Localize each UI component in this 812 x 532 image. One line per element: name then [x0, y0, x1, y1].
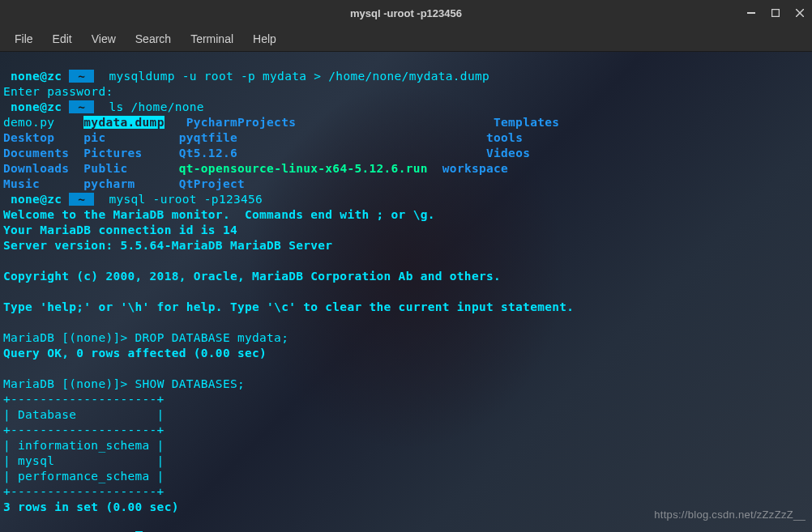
- menu-edit[interactable]: Edit: [43, 29, 82, 49]
- minimize-button[interactable]: [744, 6, 759, 20]
- prompt-user: none@zc: [3, 193, 69, 206]
- ls-dir: tools: [486, 131, 523, 144]
- ls-spacer: [135, 177, 179, 190]
- table-header: | Database |: [3, 408, 165, 421]
- menu-view[interactable]: View: [82, 29, 126, 49]
- prompt-path: ~: [69, 70, 94, 83]
- ls-dir: workspace: [442, 162, 508, 175]
- menu-help[interactable]: Help: [243, 29, 286, 49]
- ls-dir: Videos: [486, 147, 530, 160]
- svg-rect-1: [772, 10, 780, 17]
- ls-dir: Downloads: [3, 162, 69, 175]
- ls-dir: Documents: [3, 147, 69, 160]
- output-line: 3 rows in set (0.00 sec): [3, 500, 179, 513]
- command-text: mysqldump -u root -p mydata > /home/none…: [94, 70, 489, 83]
- table-separator: +--------------------+: [3, 393, 165, 406]
- command-text: ls /home/none: [94, 100, 203, 113]
- ls-spacer: [143, 147, 179, 160]
- ls-spacer: [237, 131, 486, 144]
- table-row: | information_schema |: [3, 439, 165, 452]
- prompt-user: none@zc: [3, 100, 69, 113]
- ls-dir: Templates: [494, 116, 559, 129]
- ls-spacer: [128, 162, 179, 175]
- ls-spacer: [69, 147, 83, 160]
- output-line: Your MariaDB connection id is 14: [3, 223, 237, 236]
- output-line: Query OK, 0 rows affected (0.00 sec): [3, 347, 267, 360]
- ls-spacer: [237, 147, 486, 160]
- ls-dir: Qt5.12.6: [179, 147, 237, 160]
- menu-terminal[interactable]: Terminal: [181, 29, 243, 49]
- ls-dir: Desktop: [3, 131, 54, 144]
- mariadb-prompt: MariaDB [(none)]>: [3, 377, 135, 390]
- ls-dir: pyqtfile: [179, 131, 237, 144]
- ls-dir: Public: [83, 162, 127, 175]
- menubar: File Edit View Search Terminal Help: [0, 26, 812, 52]
- ls-spacer: [40, 177, 83, 190]
- maximize-button[interactable]: [768, 6, 783, 20]
- table-row: | performance_schema |: [3, 470, 165, 483]
- output-line: Type 'help;' or '\h' for help. Type '\c'…: [3, 300, 574, 313]
- ls-spacer: [165, 116, 186, 129]
- mariadb-prompt: MariaDB [(none)]>: [3, 331, 135, 344]
- close-button[interactable]: [793, 6, 807, 20]
- menu-search[interactable]: Search: [126, 29, 181, 49]
- ls-file-highlighted: mydata.dump: [83, 116, 164, 129]
- ls-spacer: [105, 131, 178, 144]
- prompt-path: ~: [69, 100, 94, 113]
- ls-dir: PycharmProjects: [186, 116, 296, 129]
- svg-rect-0: [747, 12, 755, 14]
- table-separator: +--------------------+: [3, 423, 165, 436]
- ls-spacer: [69, 162, 83, 175]
- ls-spacer: [54, 131, 83, 144]
- prompt-path: ~: [69, 193, 94, 206]
- prompt-user: none@zc: [3, 70, 69, 83]
- ls-dir: QtProject: [179, 177, 245, 190]
- window-title: mysql -uroot -p123456: [350, 7, 462, 19]
- table-row: | mysql |: [3, 454, 165, 467]
- ls-spacer: [296, 116, 494, 129]
- output-line: Copyright (c) 2000, 2018, Oracle, MariaD…: [3, 270, 501, 283]
- table-separator: +--------------------+: [3, 485, 165, 498]
- ls-spacer: [428, 162, 442, 175]
- ls-dir: Pictures: [83, 147, 142, 160]
- terminal-content: none@zc ~ mysqldump -u root -p mydata > …: [3, 69, 809, 532]
- watermark: https://blog.csdn.net/zZzZzZ__: [654, 507, 806, 522]
- terminal-area[interactable]: none@zc ~ mysqldump -u root -p mydata > …: [0, 52, 812, 532]
- output-line: Server version: 5.5.64-MariaDB MariaDB S…: [3, 239, 332, 252]
- ls-dir: pycharm: [83, 177, 135, 190]
- sql-command: DROP DATABASE mydata;: [135, 331, 289, 344]
- ls-dir: Music: [3, 177, 40, 190]
- ls-dir: pic: [83, 131, 105, 144]
- output-line: Enter password:: [3, 85, 120, 98]
- output-line: Welcome to the MariaDB monitor. Commands…: [3, 208, 435, 221]
- sql-command: SHOW DATABASES;: [135, 377, 245, 390]
- ls-file: demo.py: [3, 116, 83, 129]
- ls-executable: qt-opensource-linux-x64-5.12.6.run: [179, 162, 428, 175]
- command-text: mysql -uroot -p123456: [94, 193, 263, 206]
- window-titlebar: mysql -uroot -p123456: [0, 0, 812, 26]
- menu-file[interactable]: File: [5, 29, 43, 49]
- window-controls: [744, 6, 807, 20]
